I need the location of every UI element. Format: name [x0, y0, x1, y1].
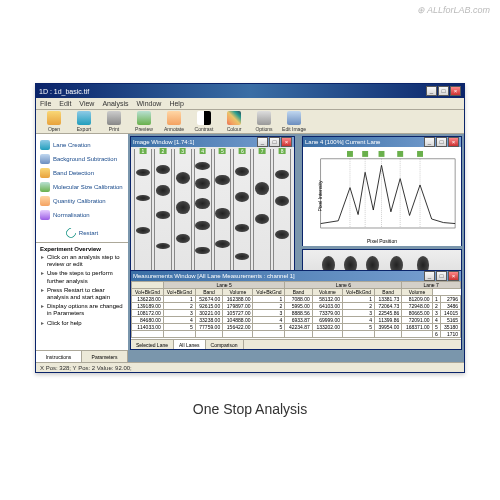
gel-lane[interactable]: 6	[233, 149, 251, 279]
gel-band[interactable]	[275, 196, 289, 206]
table-row[interactable]: 108172.00330221.00105727.0038888.5673379…	[132, 310, 461, 317]
minimize-button[interactable]: _	[424, 137, 435, 147]
table-cell: 136228.00	[132, 296, 164, 303]
toolbar-colour-button[interactable]: Colour	[220, 111, 248, 132]
sidebar-item-5[interactable]: Normalisation	[36, 208, 128, 222]
menu-file[interactable]: File	[40, 100, 51, 107]
table-row[interactable]: 139189.00292615.00179897.0025995.0064103…	[132, 303, 461, 310]
gel-band[interactable]	[156, 243, 170, 250]
close-button[interactable]: ×	[448, 137, 459, 147]
table-cell: 11399.86	[374, 317, 401, 324]
gel-band[interactable]	[215, 175, 229, 185]
gel-band[interactable]	[136, 195, 150, 202]
gel-band[interactable]	[176, 234, 190, 243]
measurements-table[interactable]: Lane 5Lane 6Lane 7Vol+BkGndVol+BkGndBand…	[131, 281, 461, 339]
maximize-button[interactable]: □	[269, 137, 280, 147]
gel-lane[interactable]: 7	[253, 149, 271, 279]
minimize-button[interactable]: _	[426, 86, 437, 96]
tab-comparison[interactable]: Comparison	[206, 340, 244, 349]
contrast-icon	[197, 111, 211, 125]
gel-band[interactable]	[235, 167, 249, 176]
gel-band[interactable]	[156, 211, 170, 219]
gel-lane[interactable]: 8	[273, 149, 291, 279]
maximize-button[interactable]: □	[438, 86, 449, 96]
table-row[interactable]: 61710	[132, 331, 461, 338]
gel-band[interactable]	[255, 182, 269, 195]
gel-band[interactable]	[255, 214, 269, 224]
menu-view[interactable]: View	[79, 100, 94, 107]
gel-lane[interactable]: 1	[134, 149, 152, 279]
gel-band[interactable]	[275, 170, 289, 179]
maximize-button[interactable]: □	[436, 271, 447, 281]
toolbar-annotate-button[interactable]: Annotate	[160, 111, 188, 132]
status-bar: X Pos: 328; Y Pos: 2 Value: 92.00;	[36, 362, 464, 372]
table-cell: 162388.00	[223, 296, 253, 303]
gel-band[interactable]	[176, 172, 190, 184]
gel-lane[interactable]: 5	[214, 149, 232, 279]
gel-band[interactable]	[136, 227, 150, 234]
sidebar-item-1[interactable]: Background Subtraction	[36, 152, 128, 166]
gel-band[interactable]	[156, 185, 170, 195]
menu-window[interactable]: Window	[136, 100, 161, 107]
menu-edit[interactable]: Edit	[59, 100, 71, 107]
toolbar-export-button[interactable]: Export	[70, 111, 98, 132]
chart-ylabel: Pixel Intensity	[317, 181, 323, 212]
gel-band[interactable]	[195, 221, 209, 230]
minimize-button[interactable]: _	[424, 271, 435, 281]
table-cell	[374, 331, 401, 338]
close-button[interactable]: ×	[281, 137, 292, 147]
gel-band[interactable]	[176, 201, 190, 214]
gel-band[interactable]	[275, 230, 289, 239]
gel-band[interactable]	[215, 240, 229, 248]
menubar: File Edit View Analysis Window Help	[36, 98, 464, 110]
toolbar-open-button[interactable]: Open	[40, 111, 68, 132]
toolbar-edit-button[interactable]: Edit Image	[280, 111, 308, 132]
measurements-window[interactable]: Measurements Window [All Lane Measuremen…	[130, 270, 462, 350]
toolbar-contrast-button[interactable]: Contrast	[190, 111, 218, 132]
tab-instructions[interactable]: Instructions	[36, 351, 82, 362]
gel-lane[interactable]: 3	[174, 149, 192, 279]
gel-band[interactable]	[195, 162, 209, 170]
svg-text:4: 4	[399, 152, 402, 157]
tab-all-lanes[interactable]: All Lanes	[174, 340, 206, 349]
sidebar-item-3[interactable]: Molecular Size Calibration	[36, 180, 128, 194]
gel-band[interactable]	[195, 178, 209, 190]
gel-band[interactable]	[235, 192, 249, 202]
table-row[interactable]: 84680.00433238.00104888.0046933.8769999.…	[132, 317, 461, 324]
image-window[interactable]: Image Window [1.74:1]_□× 12345678	[130, 136, 295, 282]
menu-analysis[interactable]: Analysis	[102, 100, 128, 107]
close-button[interactable]: ×	[448, 271, 459, 281]
titlebar: 1D : 1d_basic.tif _ □ ×	[36, 84, 464, 98]
gel-band[interactable]	[136, 169, 150, 177]
close-button[interactable]: ×	[450, 86, 461, 96]
tab-parameters[interactable]: Parameters	[82, 351, 128, 362]
lane-number: 4	[199, 148, 206, 154]
tab-selected-lane[interactable]: Selected Lane	[131, 340, 174, 349]
gel-band[interactable]	[235, 224, 249, 232]
sidebar-item-4[interactable]: Quantity Calibration	[36, 194, 128, 208]
minimize-button[interactable]: _	[257, 137, 268, 147]
toolbar-options-button[interactable]: Options	[250, 111, 278, 132]
table-row[interactable]: 136228.00152674.00162388.0017088.0058132…	[132, 296, 461, 303]
app-title: 1D : 1d_basic.tif	[39, 88, 89, 95]
gel-lane[interactable]: 4	[194, 149, 212, 279]
restart-button[interactable]: Restart	[66, 228, 98, 238]
maximize-button[interactable]: □	[436, 137, 447, 147]
gel-band[interactable]	[235, 253, 249, 260]
gel-band[interactable]	[195, 247, 209, 255]
export-icon	[77, 111, 91, 125]
menu-help[interactable]: Help	[169, 100, 183, 107]
table-row[interactable]: 114033.00577759.00156422.00542234.871332…	[132, 324, 461, 331]
lane-window[interactable]: Lane 4 [100%] Current Lane_□× 12345 Pixe…	[302, 136, 462, 246]
sidebar-item-0[interactable]: Lane Creation	[36, 138, 128, 152]
gel-band[interactable]	[195, 198, 209, 208]
gel-image[interactable]: 12345678	[131, 147, 294, 281]
table-cell: 104888.00	[223, 317, 253, 324]
gel-band[interactable]	[215, 208, 229, 220]
toolbar-preview-button[interactable]: Preview	[130, 111, 158, 132]
toolbar-print-button[interactable]: Print	[100, 111, 128, 132]
gel-band[interactable]	[156, 165, 170, 174]
sidebar-item-2[interactable]: Band Detection	[36, 166, 128, 180]
gel-lane[interactable]: 2	[154, 149, 172, 279]
overview-item: Display options are changed in Parameter…	[40, 303, 124, 317]
